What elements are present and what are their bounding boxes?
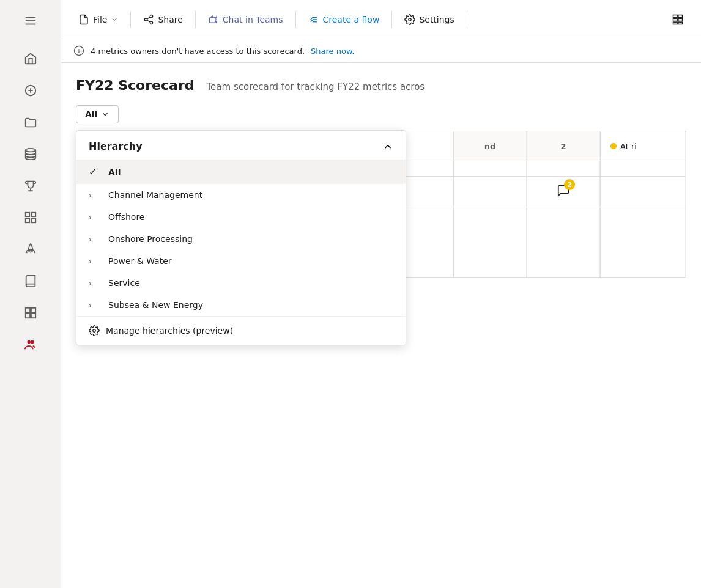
- svg-rect-28: [678, 15, 683, 17]
- svg-point-24: [211, 16, 213, 18]
- hierarchy-filter-button[interactable]: All: [76, 105, 119, 123]
- chevron-right-icon-4: ›: [89, 257, 101, 266]
- sidebar-item-layers[interactable]: [13, 298, 48, 328]
- sidebar: [0, 0, 61, 588]
- sidebar-item-home[interactable]: [13, 44, 48, 73]
- check-icon: ✓: [89, 166, 101, 178]
- info-banner: 4 metrics owners don't have access to th…: [61, 39, 701, 63]
- svg-point-20: [150, 21, 154, 24]
- svg-point-6: [25, 149, 35, 152]
- share-label: Share: [158, 15, 182, 24]
- hierarchy-dropdown: Hierarchy ✓ All › Channel Management › O…: [76, 130, 406, 345]
- svg-point-19: [145, 18, 148, 21]
- dropdown-item-service-label: Service: [108, 278, 140, 288]
- chevron-right-icon-2: ›: [89, 213, 101, 222]
- filter-row: All: [76, 105, 686, 123]
- dropdown-item-power-label: Power & Water: [108, 256, 172, 266]
- svg-line-22: [147, 17, 150, 18]
- toolbar: File Share Chat in Teams Create a flow S…: [61, 0, 701, 39]
- svg-rect-7: [25, 213, 29, 216]
- sidebar-item-book[interactable]: [13, 266, 48, 296]
- svg-point-18: [150, 15, 154, 18]
- row-1-atrisk: [600, 161, 686, 176]
- svg-line-21: [147, 20, 150, 22]
- settings-label: Settings: [419, 15, 454, 24]
- toolbar-divider-1: [130, 11, 131, 28]
- banner-link[interactable]: Share now.: [311, 46, 354, 56]
- row-progress-value: [453, 207, 527, 277]
- dropdown-item-channel-label: Channel Management: [108, 190, 202, 200]
- sidebar-item-database[interactable]: [13, 139, 48, 169]
- teams-button[interactable]: Chat in Teams: [201, 10, 291, 29]
- svg-rect-12: [25, 308, 29, 312]
- svg-point-11: [29, 249, 31, 251]
- row-1-value: [453, 161, 527, 176]
- file-label: File: [93, 15, 107, 24]
- content-area: FY22 Scorecard Team scorecard for tracki…: [61, 63, 701, 588]
- toolbar-divider-3: [295, 11, 296, 28]
- row-ce-atrisk: [600, 177, 686, 207]
- svg-rect-29: [673, 18, 678, 21]
- share-button[interactable]: Share: [136, 10, 190, 29]
- col-value-label: nd: [484, 142, 496, 151]
- scorecard-header: FY22 Scorecard Team scorecard for tracki…: [76, 78, 686, 93]
- svg-rect-13: [31, 308, 35, 312]
- dropdown-item-subsea[interactable]: › Subsea & New Energy: [76, 294, 406, 316]
- banner-message: 4 metrics owners don't have access to th…: [91, 46, 305, 56]
- scorecard-title: FY22 Scorecard: [76, 78, 195, 93]
- dropdown-item-channel[interactable]: › Channel Management: [76, 184, 406, 206]
- svg-rect-31: [673, 22, 678, 24]
- row-progress-atrisk: [600, 207, 686, 277]
- sidebar-item-rocket[interactable]: [13, 235, 48, 264]
- row-progress-number: [527, 207, 600, 277]
- sidebar-item-people[interactable]: [13, 330, 48, 359]
- dropdown-collapse-icon[interactable]: [382, 141, 393, 152]
- at-risk-dot: [610, 143, 617, 149]
- row-ce-value: [453, 177, 527, 207]
- flow-label: Create a flow: [323, 15, 380, 24]
- row-1-number: [527, 161, 600, 176]
- main-content: File Share Chat in Teams Create a flow S…: [61, 0, 701, 588]
- svg-rect-27: [673, 15, 678, 17]
- dropdown-item-subsea-label: Subsea & New Energy: [108, 300, 203, 310]
- flow-button[interactable]: Create a flow: [301, 10, 387, 29]
- svg-rect-10: [31, 219, 35, 222]
- filter-label: All: [85, 109, 97, 119]
- dropdown-header: Hierarchy: [76, 131, 406, 160]
- toolbar-divider-2: [195, 11, 196, 28]
- svg-point-36: [93, 329, 96, 333]
- chevron-right-icon-6: ›: [89, 301, 101, 310]
- dropdown-item-offshore[interactable]: › Offshore: [76, 206, 406, 228]
- manage-hierarchies-button[interactable]: Manage hierarchies (preview): [76, 316, 406, 345]
- sidebar-item-grid[interactable]: [13, 203, 48, 232]
- dropdown-item-power[interactable]: › Power & Water: [76, 250, 406, 272]
- col-header-nd: nd: [453, 131, 527, 161]
- svg-rect-32: [678, 22, 683, 24]
- view-button[interactable]: [664, 10, 691, 29]
- at-risk-label: At ri: [620, 142, 637, 151]
- teams-label: Chat in Teams: [223, 15, 283, 24]
- col-header-number: 2: [527, 131, 600, 161]
- sidebar-item-menu[interactable]: [13, 6, 48, 35]
- svg-rect-30: [678, 18, 683, 21]
- col-at-risk: At ri: [600, 131, 686, 161]
- dropdown-item-offshore-label: Offshore: [108, 212, 144, 222]
- dropdown-item-onshore[interactable]: › Onshore Processing: [76, 228, 406, 250]
- svg-rect-9: [25, 219, 29, 222]
- manage-hierarchies-label: Manage hierarchies (preview): [106, 326, 233, 336]
- settings-button[interactable]: Settings: [397, 10, 461, 29]
- sidebar-item-trophy[interactable]: [13, 171, 48, 200]
- svg-rect-15: [31, 314, 35, 318]
- dropdown-item-all[interactable]: ✓ All: [76, 160, 406, 184]
- row-ce-number: 2: [527, 177, 600, 207]
- toolbar-divider-4: [391, 11, 392, 28]
- chevron-right-icon-1: ›: [89, 191, 101, 200]
- svg-rect-8: [31, 213, 35, 216]
- sidebar-item-folder[interactable]: [13, 108, 48, 137]
- comments-wrap: 2: [557, 184, 570, 199]
- dropdown-item-onshore-label: Onshore Processing: [108, 234, 193, 244]
- file-button[interactable]: File: [71, 10, 125, 29]
- sidebar-item-add[interactable]: [13, 76, 48, 105]
- dropdown-item-service[interactable]: › Service: [76, 272, 406, 294]
- scorecard-subtitle: Team scorecard for tracking FY22 metrics…: [207, 81, 425, 92]
